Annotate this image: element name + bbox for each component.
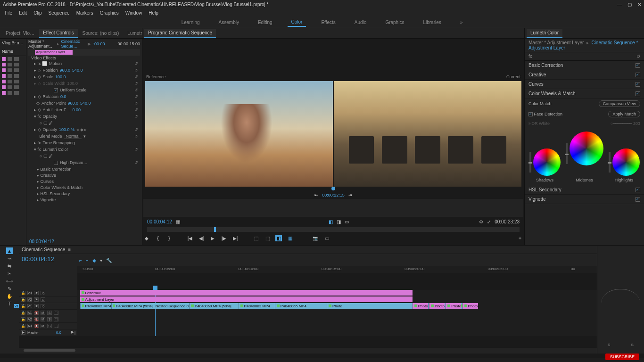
workspace-effects[interactable]: Effects [317, 18, 339, 26]
track-header-v1[interactable]: V1🔒V1👁◇ [19, 303, 77, 310]
ec-antiflicker[interactable]: ▸ ◇ Anti-flicker F… 0.00↺ [28, 107, 140, 113]
tab-project[interactable]: Project: Vlo… [2, 29, 38, 37]
selection-tool[interactable]: ▲ [6, 247, 13, 254]
mark-out-button-2[interactable]: } [166, 235, 173, 241]
timeline-clip[interactable]: Nested Sequence 01 [153, 303, 189, 309]
menu-file[interactable]: File [2, 9, 15, 16]
slip-tool[interactable]: ⟷ [6, 278, 13, 284]
timeline-clip[interactable]: Photo [413, 303, 428, 309]
lumetri-color-wheels[interactable]: Color Wheels & Match [525, 89, 644, 99]
ec-footer-timecode[interactable]: 00:00:04:12 [29, 239, 54, 244]
timeline-wrench-icon[interactable]: 🔧 [106, 258, 112, 263]
ec-sequence-link[interactable]: Cinematic Seque… [61, 39, 84, 49]
workspace-graphics[interactable]: Graphics [381, 18, 408, 26]
razor-tool[interactable]: ✂ [6, 270, 13, 277]
ripple-edit-tool[interactable]: ⇆ [6, 263, 13, 269]
timeline-clip-area[interactable]: LetterboxAdjustment LayerP4040062.MP4P40… [77, 290, 597, 336]
apply-match-button[interactable]: Apply Match [608, 111, 640, 117]
settings-icon[interactable]: ⚙ [479, 219, 483, 224]
add-panel-button[interactable]: ＋ [517, 235, 523, 241]
track-header-a2[interactable]: 🔒A2🔇MS⬚ [19, 316, 77, 323]
timeline-clip[interactable]: Photo [446, 303, 461, 309]
ec-category[interactable]: ▸ HSL Secondary [28, 190, 140, 197]
program-timecode-left[interactable]: 00:00:04:12 [147, 219, 172, 224]
track-header-a3[interactable]: 🔒A3🔇MS⬚ [19, 323, 77, 329]
mark-in-button[interactable]: ⇤ [314, 193, 318, 197]
subscribe-button[interactable]: SUBSCRIBE [605, 354, 639, 360]
extract-button[interactable]: ⬚ [264, 235, 271, 241]
ec-hdr-checkbox[interactable] [54, 161, 58, 165]
add-marker-button[interactable]: ◆ [143, 235, 150, 241]
track-header-a1[interactable]: 🔒A1🔇MS⬚ [19, 310, 77, 316]
hand-tool[interactable]: ✋ [6, 293, 13, 299]
menu-markers[interactable]: Markers [74, 9, 96, 16]
window-minimize-button[interactable]: — [617, 2, 622, 7]
timeline-ruler[interactable]: :00:0000:00:05:0000:00:10:0000:00:15:000… [77, 266, 597, 273]
linked-selection-toggle[interactable]: ⌐ [86, 258, 89, 263]
ec-rotation[interactable]: ▸ ◇ Rotation 0.0↺ [28, 93, 140, 100]
highlights-luma-slider[interactable] [609, 152, 611, 173]
mark-in-button-2[interactable]: { [155, 235, 161, 241]
workspace-learning[interactable]: Learning [178, 18, 204, 26]
comparison-side-button[interactable]: ▭ [345, 219, 349, 224]
track-header-v2[interactable]: 🔒V2👁◇ [19, 296, 77, 303]
ec-opacity-effect[interactable]: ▾ fx Opacity↺ [28, 113, 140, 120]
workspace-libraries[interactable]: Libraries [419, 18, 445, 26]
timeline-clip[interactable]: Photo [327, 303, 413, 309]
add-marker-toggle[interactable]: ◆ [92, 258, 96, 263]
ec-anchor-point[interactable]: ◇ Anchor Point 960.0 540.0↺ [28, 100, 140, 107]
track-header-master[interactable]: ⯈Master0.0⯈| [19, 329, 77, 336]
comparison-slider-handle[interactable] [331, 187, 335, 190]
ec-lumetri-effect[interactable]: ▾ fx Lumetri Color↺ [28, 146, 140, 153]
bin-item[interactable] [0, 90, 26, 96]
ec-uniform-scale[interactable]: Uniform Scale↺ [28, 87, 140, 93]
ec-scale[interactable]: ▸ ◇ Scale 100.0↺ [28, 74, 140, 80]
ec-category[interactable]: ▸ Color Wheels & Match [28, 184, 140, 190]
ec-motion-effect[interactable]: ▸ fx ⬜ Motion↺ [28, 60, 140, 67]
ec-lumetri-masks[interactable]: ○ ▢ 🖊 [28, 153, 140, 159]
timeline-clip[interactable]: Letterbox [80, 290, 413, 296]
tab-effect-controls[interactable]: Effect Controls [39, 29, 77, 38]
timeline-clip[interactable]: P4040069.MP4 [50%] [189, 303, 239, 309]
timeline-timecode[interactable]: 00:00:04:12 [19, 254, 77, 266]
ec-opacity-masks[interactable]: ○ ▢ 🖊 [28, 120, 140, 126]
vignette-checkbox[interactable] [636, 197, 640, 202]
timeline-clip[interactable]: P4040062.MP4 [80, 303, 111, 309]
timeline-clip[interactable]: Photo [429, 303, 445, 309]
timeline-zoom-scrollbar[interactable] [24, 349, 75, 352]
pen-tool[interactable]: ✎ [6, 285, 13, 292]
comparison-view-pill[interactable]: Comparison View [599, 100, 640, 107]
comparison-view-button[interactable]: ◧ [329, 219, 333, 224]
bin-item[interactable] [0, 62, 26, 67]
menu-edit[interactable]: Edit [16, 9, 30, 16]
menu-clip[interactable]: Clip [31, 9, 44, 16]
step-forward-button[interactable]: |▶ [221, 235, 227, 241]
safe-margins-button[interactable]: ▦ [287, 235, 293, 241]
comparison-toggle-button[interactable]: ◧ [275, 235, 282, 241]
step-back-button[interactable]: ◀| [198, 235, 205, 241]
bin-item[interactable] [0, 67, 26, 73]
ec-blend-mode[interactable]: Blend Mode Normal ▾↺ [28, 133, 140, 140]
wheels-checkbox[interactable] [636, 91, 640, 96]
bin-item[interactable] [0, 84, 26, 90]
track-header-v3[interactable]: 🔒V3👁◇ [19, 290, 77, 296]
tab-program-monitor[interactable]: Program: Cinematic Sequence [144, 29, 216, 38]
menu-window[interactable]: Window [123, 9, 145, 16]
lumetri-vignette[interactable]: Vignette [525, 195, 644, 204]
export-frame-button[interactable]: 📷 [312, 235, 319, 241]
lumetri-basic-correction[interactable]: Basic Correction [525, 61, 644, 70]
playback-resolution-icon[interactable]: ▦ [176, 219, 180, 224]
lumetri-hsl-secondary[interactable]: HSL Secondary [525, 185, 644, 195]
program-scrubber[interactable] [147, 227, 520, 232]
basic-correction-checkbox[interactable] [636, 63, 640, 68]
timeline-clip[interactable]: P4040062.MP4 [50%] [111, 303, 153, 309]
window-close-button[interactable]: ✕ [637, 2, 641, 7]
ec-category[interactable]: ▸ Curves [28, 178, 140, 184]
hsl-checkbox[interactable] [636, 188, 640, 192]
ec-clip-adjustment-layer[interactable]: Adjustment Layer [35, 50, 73, 55]
mark-out-button[interactable]: ⇥ [348, 193, 352, 197]
timeline-clip[interactable]: P4040065.MP4 [275, 303, 327, 309]
midtones-luma-slider[interactable] [566, 143, 568, 164]
ec-uniform-scale-checkbox[interactable] [54, 88, 58, 92]
snap-toggle[interactable]: ⌐ [79, 258, 82, 263]
